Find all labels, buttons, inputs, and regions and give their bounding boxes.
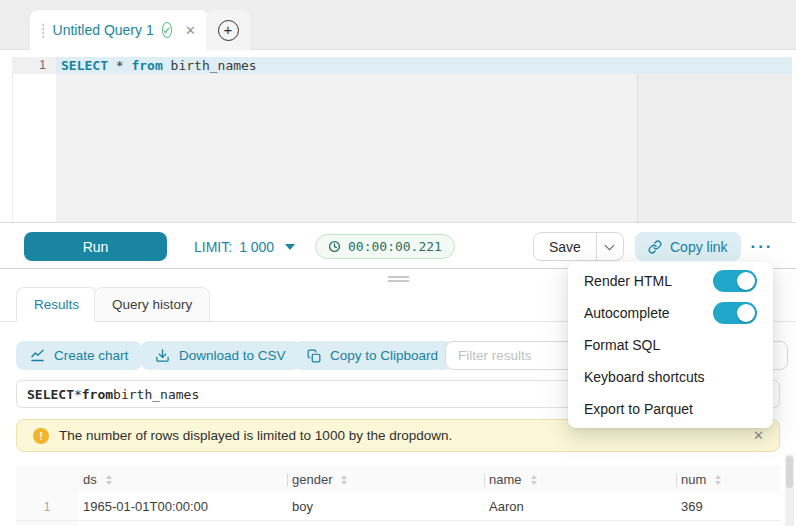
cell-gender: boy	[287, 493, 484, 520]
beyond-margin-area	[638, 74, 792, 222]
tab-title: Untitled Query 1	[53, 22, 154, 38]
copy-link-button[interactable]: Copy link	[635, 232, 741, 261]
menu-item-label: Autocomplete	[584, 305, 670, 321]
tab-drag-handle-icon[interactable]	[42, 23, 44, 38]
link-icon	[648, 240, 662, 254]
limit-value: 1 000	[239, 239, 274, 255]
scrollbar-thumb[interactable]	[786, 456, 793, 488]
results-table: ds gender name num 1 1965-01-01T00:00:00	[16, 466, 780, 526]
plus-circle-icon: +	[218, 20, 239, 41]
save-button[interactable]: Save	[534, 233, 596, 260]
sql-table-name: birth_names	[171, 58, 257, 73]
download-csv-label: Download to CSV	[179, 348, 286, 363]
column-divider	[676, 473, 677, 486]
row-number-header	[16, 466, 78, 493]
run-button[interactable]: Run	[24, 232, 167, 261]
row-number-cell: 1	[16, 493, 78, 520]
download-csv-button[interactable]: Download to CSV	[141, 341, 300, 370]
limit-dropdown[interactable]: LIMIT: 1 000	[194, 232, 295, 261]
table-header-row: ds gender name num	[16, 466, 780, 493]
menu-item-label: Render HTML	[584, 273, 672, 289]
save-options-button[interactable]	[596, 233, 623, 260]
column-header-ds[interactable]: ds	[78, 466, 287, 493]
menu-item-export-parquet[interactable]: Export to Parquet	[568, 393, 773, 425]
header-label: ds	[83, 472, 97, 487]
column-header-num[interactable]: num	[676, 466, 780, 493]
sql-editor[interactable]: 1 SELECT * from birth_names	[0, 51, 796, 223]
add-tab-button[interactable]: +	[206, 10, 250, 50]
preview-keyword: from	[82, 387, 113, 402]
table-row: 1 1965-01-01T00:00:00 boy Aaron 369	[16, 493, 780, 521]
preview-keyword: SELECT	[27, 387, 74, 402]
copy-link-label: Copy link	[670, 239, 728, 255]
menu-item-keyboard-shortcuts[interactable]: Keyboard shortcuts	[568, 361, 773, 393]
tab-query-history[interactable]: Query history	[94, 287, 210, 322]
copy-to-clipboard-button[interactable]: Copy to Clipboard	[293, 341, 452, 370]
create-chart-label: Create chart	[54, 348, 128, 363]
column-divider	[287, 473, 288, 486]
sql-star: *	[116, 58, 124, 73]
clock-icon	[328, 240, 341, 253]
banner-close-icon[interactable]: ✕	[753, 428, 764, 443]
query-timer-badge: 00:00:00.221	[315, 234, 455, 259]
preview-star: *	[74, 387, 82, 402]
copy-icon	[307, 349, 321, 363]
more-options-button[interactable]: ···	[746, 232, 778, 261]
preview-table-name: birth_names	[113, 387, 199, 402]
cell-ds: 1965-01-01T00:00:00	[78, 493, 287, 520]
save-split-button: Save	[533, 232, 624, 261]
chart-line-icon	[30, 348, 45, 363]
row-number-cell	[16, 521, 78, 526]
sort-icon[interactable]	[106, 475, 112, 485]
sort-icon[interactable]	[715, 475, 721, 485]
options-dropdown-menu: Render HTML Autocomplete Format SQL Keyb…	[568, 262, 773, 428]
sql-keyword: SELECT	[61, 58, 108, 73]
header-label: name	[489, 472, 522, 487]
warning-icon: !	[33, 428, 49, 444]
tab-untitled-query[interactable]: Untitled Query 1 ✓ ✕	[30, 10, 208, 50]
tab-results[interactable]: Results	[16, 287, 97, 322]
caret-down-icon	[285, 244, 295, 250]
menu-item-label: Keyboard shortcuts	[584, 369, 705, 385]
results-scrollbar[interactable]	[785, 454, 794, 526]
line-number: 1	[12, 57, 56, 74]
gutter-rail	[12, 74, 13, 222]
sort-icon[interactable]	[531, 475, 537, 485]
sort-icon[interactable]	[341, 475, 347, 485]
create-chart-button[interactable]: Create chart	[16, 341, 142, 370]
download-icon	[155, 348, 170, 363]
sql-keyword: from	[131, 58, 162, 73]
limit-label: LIMIT:	[194, 239, 232, 255]
cell-name: Aaron	[484, 493, 676, 520]
query-success-check-icon: ✓	[162, 22, 172, 38]
chevron-down-icon	[605, 240, 615, 250]
menu-item-label: Export to Parquet	[584, 401, 693, 417]
autocomplete-toggle[interactable]	[713, 302, 757, 324]
warning-message: The number of rows displayed is limited …	[59, 428, 452, 443]
editor-background	[56, 74, 792, 222]
menu-item-autocomplete[interactable]: Autocomplete	[568, 297, 773, 329]
render-html-toggle[interactable]	[713, 270, 757, 292]
sql-code-line[interactable]: SELECT * from birth_names	[61, 58, 257, 74]
elapsed-time: 00:00:00.221	[348, 239, 442, 254]
menu-item-format-sql[interactable]: Format SQL	[568, 329, 773, 361]
header-label: gender	[292, 472, 332, 487]
column-divider	[484, 473, 485, 486]
menu-item-render-html[interactable]: Render HTML	[568, 265, 773, 297]
tab-close-icon[interactable]: ✕	[185, 23, 196, 38]
menu-item-label: Format SQL	[584, 337, 660, 353]
column-header-gender[interactable]: gender	[287, 466, 484, 493]
copy-to-clipboard-label: Copy to Clipboard	[330, 348, 438, 363]
sql-lab-app: Untitled Query 1 ✓ ✕ + 1 SELECT * from b…	[0, 0, 796, 526]
cell-num: 369	[676, 493, 780, 520]
header-label: num	[681, 472, 706, 487]
column-header-name[interactable]: name	[484, 466, 676, 493]
panel-resize-handle[interactable]	[388, 276, 409, 284]
query-tab-bar: Untitled Query 1 ✓ ✕ +	[0, 0, 796, 50]
table-row-partial	[16, 521, 780, 526]
